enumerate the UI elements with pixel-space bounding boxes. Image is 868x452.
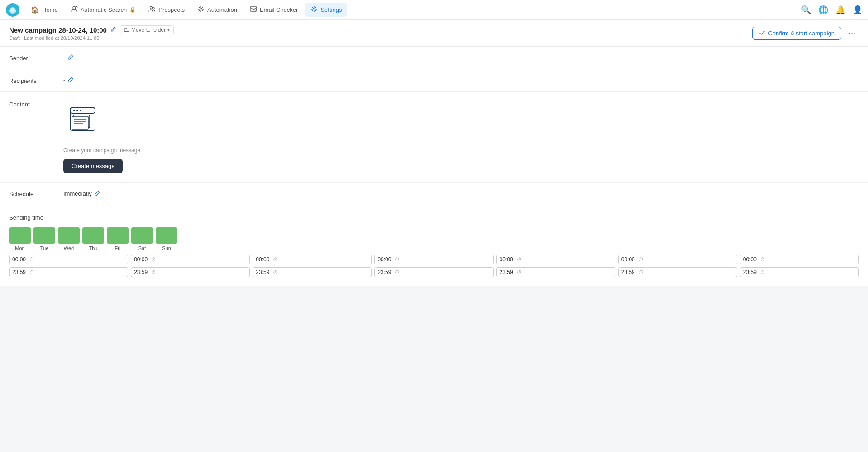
- svg-point-8: [313, 8, 315, 10]
- start-time-input-tue[interactable]: [134, 256, 150, 263]
- start-time-wed: ⏱: [253, 255, 372, 264]
- end-time-input-thu[interactable]: [377, 269, 394, 275]
- sending-time-body: Mon Tue Wed Thu Fri: [9, 227, 859, 277]
- svg-point-6: [200, 8, 202, 10]
- clock-icon-sun-start[interactable]: ⏱: [760, 257, 765, 262]
- start-time-input-sun[interactable]: [743, 256, 759, 263]
- confirm-start-campaign-button[interactable]: Confirm & start campaign: [752, 27, 841, 40]
- create-campaign-message-text: Create your campaign message: [63, 147, 140, 154]
- more-options-button[interactable]: ···: [845, 27, 859, 40]
- email-check-icon: [250, 5, 257, 14]
- campaign-title: New campaign 28-10-24, 10:00: [9, 26, 107, 34]
- end-time-tue: ⏱: [131, 267, 250, 277]
- create-message-label: Create message: [72, 163, 114, 169]
- search-icon[interactable]: 🔍: [801, 5, 811, 15]
- create-message-button[interactable]: Create message: [63, 159, 123, 173]
- clock-icon-tue-end[interactable]: ⏱: [151, 269, 156, 275]
- lock-icon: 🔒: [129, 7, 136, 13]
- nav-prospects-label: Prospects: [158, 6, 185, 13]
- campaign-title-edit-icon[interactable]: [110, 26, 116, 34]
- content-inner: Content: [9, 101, 859, 173]
- day-label-thu: Thu: [89, 245, 98, 251]
- start-time-input-thu[interactable]: [377, 256, 394, 263]
- nav-item-settings[interactable]: Settings: [305, 3, 347, 17]
- recipients-section: Recipients -: [0, 69, 868, 92]
- nav-item-automation[interactable]: Automation: [192, 3, 243, 17]
- day-label-wed: Wed: [64, 245, 74, 251]
- start-time-sun: ⏱: [740, 255, 859, 264]
- clock-icon-fri-start[interactable]: ⏱: [517, 257, 522, 262]
- move-folder-button[interactable]: Move to folder ▾: [120, 25, 174, 34]
- nav-item-automatic-search[interactable]: Automatic Search 🔒: [65, 3, 142, 17]
- app-logo[interactable]: [5, 3, 20, 17]
- clock-icon-thu-end[interactable]: ⏱: [395, 269, 400, 275]
- end-time-input-fri[interactable]: [500, 269, 516, 275]
- chevron-down-icon: ▾: [167, 28, 170, 32]
- start-time-thu: ⏱: [374, 255, 493, 264]
- start-time-input-fri[interactable]: [500, 256, 516, 263]
- main-content: New campaign 28-10-24, 10:00 Move to fol…: [0, 20, 868, 295]
- user-icon[interactable]: 👤: [853, 5, 863, 15]
- day-block-fri: Fri: [107, 227, 129, 251]
- confirm-btn-label: Confirm & start campaign: [768, 30, 835, 37]
- day-button-thu[interactable]: [82, 227, 104, 244]
- day-label-fri: Fri: [115, 245, 121, 251]
- clock-icon-mon-end[interactable]: ⏱: [29, 269, 34, 275]
- day-button-tue[interactable]: [33, 227, 55, 244]
- start-time-input-mon[interactable]: [12, 256, 29, 263]
- end-time-input-sat[interactable]: [621, 269, 638, 275]
- clock-icon-sat-start[interactable]: ⏱: [639, 257, 644, 262]
- nav-item-home[interactable]: 🏠 Home: [25, 3, 63, 17]
- notifications-icon[interactable]: 🔔: [835, 5, 845, 15]
- globe-icon[interactable]: 🌐: [818, 5, 828, 15]
- start-time-input-wed[interactable]: [256, 256, 272, 263]
- campaign-title-row: New campaign 28-10-24, 10:00 Move to fol…: [9, 25, 174, 34]
- day-block-sun: Sun: [156, 227, 177, 251]
- sender-dash: -: [63, 54, 65, 61]
- clock-icon-sun-end[interactable]: ⏱: [760, 269, 765, 275]
- start-time-sat: ⏱: [618, 255, 737, 264]
- end-time-sun: ⏱: [740, 267, 859, 277]
- clock-icon-sat-end[interactable]: ⏱: [639, 269, 644, 275]
- recipients-value: -: [63, 77, 73, 83]
- day-button-fri[interactable]: [107, 227, 129, 244]
- end-time-input-wed[interactable]: [256, 269, 272, 275]
- start-time-input-sat[interactable]: [621, 256, 638, 263]
- end-time-input-tue[interactable]: [134, 269, 150, 275]
- day-button-sun[interactable]: [156, 227, 177, 244]
- day-block-sat: Sat: [131, 227, 153, 251]
- content-section: Content: [0, 92, 868, 183]
- end-time-mon: ⏱: [9, 267, 128, 277]
- recipients-edit-icon[interactable]: [68, 77, 73, 83]
- schedule-label: Schedule: [9, 190, 54, 197]
- nav-item-prospects[interactable]: Prospects: [143, 3, 190, 17]
- clock-icon-wed-start[interactable]: ⏱: [273, 257, 278, 262]
- end-time-input-sun[interactable]: [743, 269, 759, 275]
- settings-icon: [310, 5, 318, 14]
- clock-icon-fri-end[interactable]: ⏱: [517, 269, 522, 275]
- campaign-subtitle: Draft · Last modified at 28/10/2024 11:0…: [9, 35, 174, 41]
- schedule-edit-icon[interactable]: [95, 191, 100, 197]
- home-icon: 🏠: [31, 6, 39, 14]
- end-time-input-mon[interactable]: [12, 269, 29, 275]
- clock-icon-wed-end[interactable]: ⏱: [273, 269, 278, 275]
- campaign-header: New campaign 28-10-24, 10:00 Move to fol…: [0, 20, 868, 47]
- clock-icon-mon-start[interactable]: ⏱: [29, 257, 34, 262]
- svg-point-11: [73, 110, 75, 111]
- clock-icon-thu-start[interactable]: ⏱: [395, 257, 400, 262]
- schedule-section: Schedule Immediatly: [0, 183, 868, 205]
- more-icon: ···: [849, 29, 855, 38]
- schedule-value: Immediatly: [63, 190, 100, 197]
- sender-edit-icon[interactable]: [68, 54, 73, 61]
- end-time-fri: ⏱: [496, 267, 615, 277]
- nav-item-email-checker[interactable]: Email Checker: [244, 3, 304, 17]
- day-button-sat[interactable]: [131, 227, 153, 244]
- day-button-mon[interactable]: [9, 227, 31, 244]
- end-time-wed: ⏱: [253, 267, 372, 277]
- nav-automatic-search-label: Automatic Search: [81, 6, 127, 13]
- day-button-wed[interactable]: [58, 227, 80, 244]
- campaign-icon-container: [63, 101, 104, 142]
- clock-icon-tue-start[interactable]: ⏱: [151, 257, 156, 262]
- end-time-thu: ⏱: [374, 267, 493, 277]
- automation-icon: [197, 5, 205, 14]
